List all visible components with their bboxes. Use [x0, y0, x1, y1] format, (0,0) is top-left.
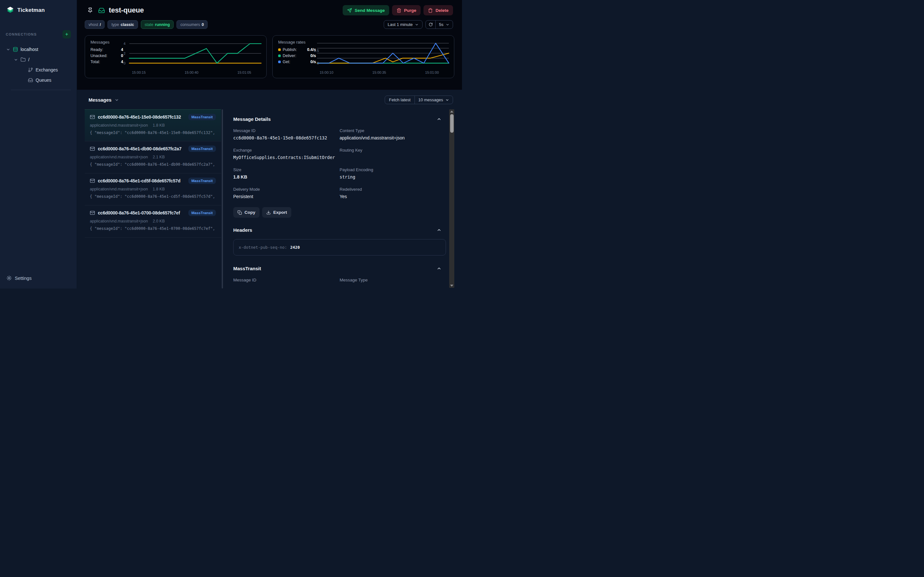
- sidebar-item-label: /: [28, 57, 29, 62]
- sidebar-item-queues[interactable]: Queues: [0, 75, 77, 85]
- main-content: test-queue Send Message Purge Delete: [77, 0, 462, 288]
- copy-button[interactable]: Copy: [233, 207, 260, 218]
- chart-plot: [129, 41, 261, 63]
- pin-icon[interactable]: [87, 7, 93, 13]
- refresh-icon: [429, 23, 433, 27]
- message-meta: application/vnd.masstransit+json1.8 KB: [90, 123, 216, 127]
- refresh-button[interactable]: [426, 21, 435, 29]
- badge-vhost: vhost/: [85, 20, 105, 29]
- page-title: test-queue: [109, 6, 144, 15]
- connections-tree: localhost / Exchanges Queues: [0, 44, 77, 90]
- time-range-select[interactable]: Last 1 minute: [384, 20, 423, 29]
- sidebar-item-label: localhost: [21, 47, 38, 52]
- scroll-up-arrow[interactable]: [449, 110, 454, 113]
- y-axis: 420: [118, 41, 128, 63]
- masstransit-section-title: MassTransit: [233, 266, 261, 271]
- message-id: cc6d0000-8a76-45e1-db90-08de657fc2a7: [98, 146, 182, 151]
- scrollbar-thumb[interactable]: [450, 114, 454, 133]
- sidebar-item-label: Exchanges: [36, 67, 58, 73]
- sidebar-item-localhost[interactable]: localhost: [0, 44, 77, 55]
- folder-icon: [21, 57, 26, 62]
- legend-item-deliver: Deliver:0/s: [278, 53, 316, 58]
- queue-inbox-icon: [28, 77, 33, 83]
- scroll-down-arrow[interactable]: [449, 284, 454, 287]
- masstransit-badge: MassTransit: [188, 114, 216, 120]
- chevron-down-icon: [14, 58, 18, 62]
- exchange-branch-icon: [28, 67, 33, 73]
- x-axis: 15:00:1015:00:3515:01:00: [317, 71, 449, 75]
- refresh-control: 5s: [425, 20, 453, 29]
- chart-title: Message rates: [278, 40, 316, 45]
- refresh-interval-select[interactable]: 5s: [436, 22, 453, 27]
- field-redelivered: Redelivered Yes: [340, 187, 446, 199]
- collapse-section-button[interactable]: [437, 117, 441, 121]
- field-mt-message-id: Message ID: [233, 277, 340, 282]
- mail-icon: [90, 114, 95, 119]
- queue-header-section: test-queue Send Message Purge Delete: [77, 0, 462, 90]
- sidebar: Ticketman CONNECTIONS + localhost / Exch…: [0, 0, 77, 288]
- chevron-down-icon: [415, 23, 419, 27]
- app-logo: Ticketman: [0, 5, 77, 16]
- mail-icon: [90, 146, 95, 151]
- send-message-button[interactable]: Send Message: [342, 5, 389, 15]
- fetch-controls: Fetch latest 10 messages: [384, 95, 453, 104]
- sidebar-item-exchanges[interactable]: Exchanges: [0, 65, 77, 75]
- message-list-item[interactable]: cc6d0000-8a76-45e1-0700-08de657fc7ef Mas…: [85, 205, 221, 237]
- database-icon: [13, 47, 18, 52]
- sidebar-item-vhost[interactable]: /: [0, 55, 77, 65]
- list-scrollbar[interactable]: [222, 109, 223, 288]
- masstransit-fields: Message ID Message Type: [233, 277, 446, 288]
- layers-logo-icon: [6, 6, 14, 14]
- message-preview: { "messageId": "cc6d0000-8a76-45e1-15e0-…: [90, 131, 216, 135]
- connections-heading: CONNECTIONS: [6, 32, 37, 36]
- collapse-section-button[interactable]: [437, 266, 441, 271]
- fetch-latest-button[interactable]: Fetch latest: [385, 96, 414, 104]
- x-axis: 15:00:1515:00:4015:01:05: [129, 71, 261, 75]
- message-list-item[interactable]: cc6d0000-8a76-45e1-db90-08de657fc2a7 Mas…: [85, 141, 221, 173]
- collapse-section-button[interactable]: [437, 227, 441, 232]
- get-color-swatch: [278, 61, 281, 63]
- sidebar-item-label: Queues: [36, 77, 51, 83]
- badge-consumers: consumers0: [176, 20, 208, 29]
- badge-type: typeclassic: [107, 20, 137, 29]
- triangle-down-icon: [450, 285, 453, 287]
- message-meta: application/vnd.masstransit+json2.1 KB: [90, 155, 216, 159]
- delete-button[interactable]: Delete: [423, 5, 453, 15]
- message-list-item[interactable]: cc6d0000-8a76-45e1-15e0-08de657fc132 Mas…: [85, 109, 221, 141]
- message-meta: application/vnd.masstransit+json1.8 KB: [90, 187, 216, 191]
- message-list: cc6d0000-8a76-45e1-15e0-08de657fc132 Mas…: [85, 109, 221, 288]
- field-message-id: Message ID cc6d0000-8a76-45e1-15e0-08de6…: [233, 128, 340, 140]
- message-details-panel: Message Details Message ID cc6d0000-8a76…: [233, 109, 446, 288]
- copy-icon: [237, 210, 242, 215]
- message-count-select[interactable]: 10 messages: [415, 96, 453, 104]
- messages-section-title: Messages: [89, 97, 111, 103]
- settings-label: Settings: [15, 276, 31, 281]
- add-connection-button[interactable]: +: [63, 30, 71, 39]
- purge-button[interactable]: Purge: [392, 5, 421, 15]
- chevron-down-icon: [6, 47, 10, 52]
- sidebar-item-settings[interactable]: Settings: [0, 272, 77, 284]
- field-payload-encoding: Payload Encoding string: [340, 167, 446, 179]
- field-mt-message-type: Message Type: [340, 277, 446, 282]
- message-list-item[interactable]: cc6d0000-8a76-45e1-cd5f-08de657fc57d Mas…: [85, 173, 221, 205]
- badge-state: staterunning: [141, 20, 174, 29]
- chart-plot: [317, 41, 449, 63]
- message-preview: { "messageId": "cc6d0000-8a76-45e1-db90-…: [90, 162, 216, 167]
- details-scrollbar[interactable]: [449, 109, 454, 288]
- header-value: 2420: [290, 245, 300, 250]
- message-meta: application/vnd.masstransit+json2.0 KB: [90, 219, 216, 223]
- masstransit-badge: MassTransit: [188, 177, 216, 184]
- chevron-down-icon: [115, 98, 119, 102]
- messages-section-toggle[interactable]: Messages: [89, 97, 119, 103]
- deliver-color-swatch: [278, 55, 281, 57]
- field-content-type: Content Type application/vnd.masstransit…: [340, 128, 446, 140]
- mail-icon: [90, 210, 95, 215]
- chevron-down-icon: [446, 23, 449, 27]
- export-button[interactable]: Export: [262, 207, 291, 218]
- message-id: cc6d0000-8a76-45e1-0700-08de657fc7ef: [98, 210, 180, 215]
- app-title: Ticketman: [17, 7, 45, 13]
- messages-chart-panel: Messages Ready:4 Unacked:0 Total:4 420 1…: [85, 35, 267, 78]
- details-fields: Message ID cc6d0000-8a76-45e1-15e0-08de6…: [233, 128, 446, 206]
- mail-icon: [90, 178, 95, 183]
- download-icon: [266, 210, 271, 215]
